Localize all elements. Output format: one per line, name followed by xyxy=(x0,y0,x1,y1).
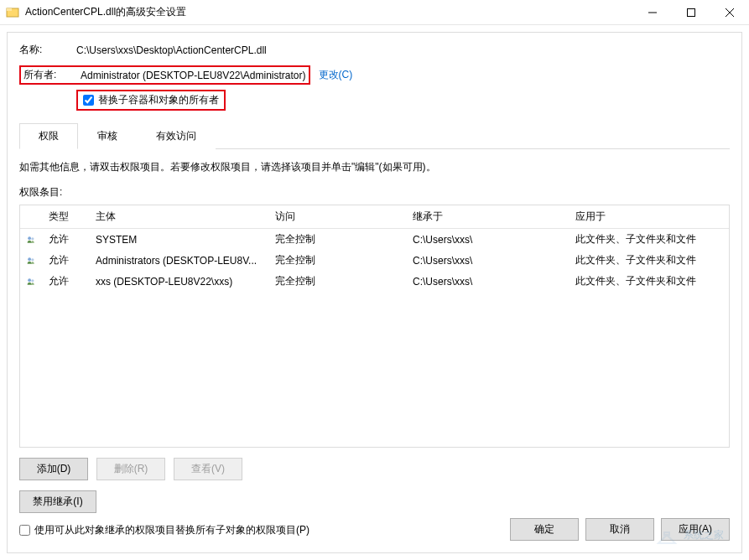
instructions-text: 如需其他信息，请双击权限项目。若要修改权限项目，请选择该项目并单击"编辑"(如果… xyxy=(19,160,730,174)
replace-owner-checkbox[interactable] xyxy=(83,95,94,106)
tab-permissions[interactable]: 权限 xyxy=(19,123,78,149)
name-value: C:\Users\xxs\Desktop\ActionCenterCPL.dll xyxy=(76,44,267,56)
replace-owner-row: 替换子容器和对象的所有者 xyxy=(76,90,730,111)
cell-access: 完全控制 xyxy=(268,273,406,289)
cell-applies: 此文件夹、子文件夹和文件 xyxy=(569,252,729,268)
cell-type: 允许 xyxy=(42,252,89,268)
table-row[interactable]: 允许 Administrators (DESKTOP-LEU8V... 完全控制… xyxy=(20,250,729,271)
table-row[interactable]: 允许 SYSTEM 完全控制 C:\Users\xxs\ 此文件夹、子文件夹和文… xyxy=(20,229,729,250)
tab-effective-access[interactable]: 有效访问 xyxy=(137,123,216,149)
cell-access: 完全控制 xyxy=(268,231,406,247)
content-panel: 名称: C:\Users\xxs\Desktop\ActionCenterCPL… xyxy=(7,32,742,553)
remove-button[interactable]: 删除(R) xyxy=(96,458,165,480)
replace-owner-label: 替换子容器和对象的所有者 xyxy=(98,93,219,107)
tab-auditing[interactable]: 审核 xyxy=(78,123,137,149)
owner-label: 所有者: xyxy=(23,68,81,82)
change-owner-link[interactable]: 更改(C) xyxy=(319,68,353,82)
cell-inherit: C:\Users\xxs\ xyxy=(406,275,569,288)
permission-table: 类型 主体 访问 继承于 应用于 允许 SYSTEM 完全控制 C:\Users… xyxy=(19,205,730,448)
titlebar: ActionCenterCPL.dll的高级安全设置 xyxy=(0,0,749,25)
header-applies[interactable]: 应用于 xyxy=(569,205,729,228)
add-button[interactable]: 添加(D) xyxy=(19,458,88,480)
cancel-button[interactable]: 取消 xyxy=(585,518,654,541)
table-row[interactable]: 允许 xxs (DESKTOP-LEU8V22\xxs) 完全控制 C:\Use… xyxy=(20,271,729,292)
owner-value: Administrator (DESKTOP-LEU8V22\Administr… xyxy=(81,70,306,81)
window-icon xyxy=(0,6,25,19)
svg-rect-1 xyxy=(7,8,12,11)
cell-inherit: C:\Users\xxs\ xyxy=(406,233,569,246)
disable-inherit-row: 禁用继承(I) xyxy=(19,490,730,513)
svg-point-11 xyxy=(31,279,34,282)
svg-point-10 xyxy=(28,278,31,282)
action-buttons: 添加(D) 删除(R) 查看(V) xyxy=(19,458,730,480)
cell-principal: xxs (DESKTOP-LEU8V22\xxs) xyxy=(89,275,268,288)
user-icon xyxy=(20,253,42,268)
ok-button[interactable]: 确定 xyxy=(510,518,579,541)
permission-header: 类型 主体 访问 继承于 应用于 xyxy=(20,205,729,229)
name-row: 名称: C:\Users\xxs\Desktop\ActionCenterCPL… xyxy=(19,43,730,57)
window-controls xyxy=(633,0,749,24)
permission-body: 允许 SYSTEM 完全控制 C:\Users\xxs\ 此文件夹、子文件夹和文… xyxy=(20,229,729,292)
user-icon xyxy=(20,274,42,289)
view-button[interactable]: 查看(V) xyxy=(174,458,242,480)
svg-point-8 xyxy=(28,257,31,261)
maximize-button[interactable] xyxy=(672,0,710,25)
cell-principal: SYSTEM xyxy=(89,233,268,246)
cell-inherit: C:\Users\xxs\ xyxy=(406,254,569,267)
header-icon-col[interactable] xyxy=(20,205,42,228)
svg-point-6 xyxy=(28,236,31,240)
close-button[interactable] xyxy=(710,0,749,25)
owner-highlight: 所有者: Administrator (DESKTOP-LEU8V22\Admi… xyxy=(19,65,310,85)
header-access[interactable]: 访问 xyxy=(268,205,406,228)
permission-entries-label: 权限条目: xyxy=(19,185,730,200)
header-principal[interactable]: 主体 xyxy=(89,205,268,228)
dialog-footer: 确定 取消 应用(A) xyxy=(510,518,730,541)
replace-owner-highlight: 替换子容器和对象的所有者 xyxy=(76,90,226,111)
replace-child-checkbox[interactable] xyxy=(19,525,30,536)
header-type[interactable]: 类型 xyxy=(42,205,89,228)
header-inherit[interactable]: 继承于 xyxy=(406,205,569,228)
minimize-button[interactable] xyxy=(633,0,672,25)
cell-type: 允许 xyxy=(42,273,89,289)
cell-type: 允许 xyxy=(42,231,89,247)
replace-child-label: 使用可从此对象继承的权限项目替换所有子对象的权限项目(P) xyxy=(34,523,309,537)
svg-point-9 xyxy=(31,258,34,261)
window-title: ActionCenterCPL.dll的高级安全设置 xyxy=(25,5,633,19)
disable-inheritance-button[interactable]: 禁用继承(I) xyxy=(19,490,96,513)
cell-applies: 此文件夹、子文件夹和文件 xyxy=(569,273,729,289)
svg-rect-3 xyxy=(688,9,695,17)
svg-point-7 xyxy=(31,237,34,240)
cell-access: 完全控制 xyxy=(268,252,406,268)
user-icon xyxy=(20,232,42,247)
cell-applies: 此文件夹、子文件夹和文件 xyxy=(569,231,729,247)
owner-row: 所有者: Administrator (DESKTOP-LEU8V22\Admi… xyxy=(19,65,730,85)
tabs: 权限 审核 有效访问 xyxy=(19,122,730,149)
cell-principal: Administrators (DESKTOP-LEU8V... xyxy=(89,254,268,267)
name-label: 名称: xyxy=(19,43,76,57)
apply-button[interactable]: 应用(A) xyxy=(661,518,730,541)
